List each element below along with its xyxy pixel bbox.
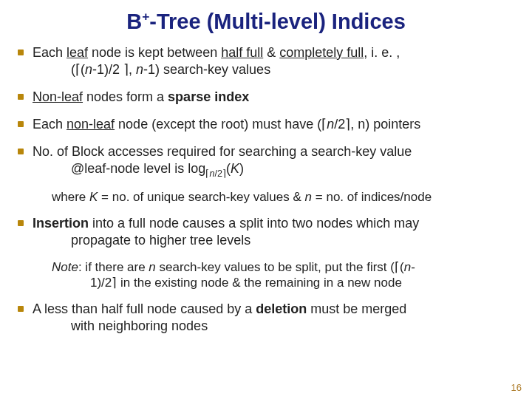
bullet-text: A less than half full node caused by a d… bbox=[33, 301, 519, 335]
list-item: No. of Block accesses required for searc… bbox=[13, 143, 519, 180]
page-number: 16 bbox=[511, 382, 522, 393]
list-item: Insertion into a full node causes a spli… bbox=[13, 215, 519, 249]
bullet-text: Non-leaf nodes form a sparse index bbox=[33, 89, 249, 104]
list-item: Each leaf node is kept between half full… bbox=[13, 44, 519, 78]
bullet-list-3: A less than half full node caused by a d… bbox=[13, 301, 519, 335]
bullet-text: Each non-leaf node (except the root) mus… bbox=[33, 117, 420, 132]
bullet-list: Each leaf node is kept between half full… bbox=[13, 44, 519, 180]
bullet-text: No. of Block accesses required for searc… bbox=[33, 144, 519, 180]
bullet-list-2: Insertion into a full node causes a spli… bbox=[13, 215, 519, 249]
list-item: Non-leaf nodes form a sparse index bbox=[13, 89, 519, 106]
slide: B+-Tree (Multi-level) Indices Each leaf … bbox=[0, 0, 532, 399]
bullet-text: Each leaf node is kept between half full… bbox=[33, 45, 519, 78]
sub-note: Note: if there are n search-key values t… bbox=[13, 259, 519, 290]
sub-note: where K = no. of unique search-key value… bbox=[13, 190, 519, 205]
list-item: A less than half full node caused by a d… bbox=[13, 301, 519, 335]
bullet-text: Insertion into a full node causes a spli… bbox=[33, 216, 519, 249]
list-item: Each non-leaf node (except the root) mus… bbox=[13, 116, 519, 133]
slide-title: B+-Tree (Multi-level) Indices bbox=[13, 9, 519, 34]
